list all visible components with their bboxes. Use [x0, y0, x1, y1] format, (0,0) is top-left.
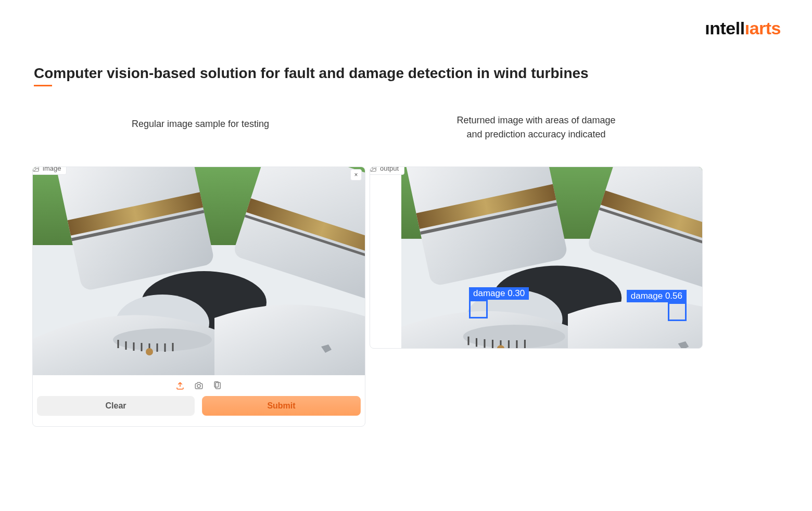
detection-box-2: damage 0.56	[668, 302, 687, 321]
close-icon: ×	[354, 171, 358, 178]
clipboard-icon	[213, 381, 222, 390]
page-title: Computer vision-based solution for fault…	[34, 65, 589, 82]
output-panel-tag: output	[370, 167, 404, 175]
turbine-photo-input	[33, 167, 365, 375]
logo-text-2: arts	[750, 18, 781, 38]
logo-dot: ı	[745, 18, 750, 38]
svg-point-26	[372, 167, 373, 168]
upload-button[interactable]	[175, 381, 185, 390]
detection-label-1: damage 0.30	[469, 287, 529, 300]
caption-input: Regular image sample for testing	[34, 117, 367, 131]
action-row: Clear Submit	[33, 396, 365, 420]
clear-button[interactable]: Clear	[37, 396, 195, 416]
submit-button[interactable]: Submit	[202, 396, 361, 416]
svg-point-21	[146, 348, 153, 355]
remove-image-button[interactable]: ×	[350, 169, 362, 181]
svg-point-22	[197, 385, 200, 388]
output-panel: output ⤢ ⭳ ⇪	[370, 167, 703, 349]
svg-point-37	[463, 325, 565, 348]
input-panel: image ×	[32, 167, 365, 427]
camera-button[interactable]	[194, 381, 204, 390]
output-image[interactable]: ⤢ ⭳ ⇪	[370, 167, 702, 348]
turbine-photo-output	[401, 167, 702, 348]
detection-label-2: damage 0.56	[627, 290, 687, 302]
image-icon	[32, 167, 40, 172]
svg-point-12	[113, 328, 212, 351]
logo-text-1: ıntell	[705, 18, 744, 38]
paste-button[interactable]	[213, 381, 222, 390]
brand-logo: ıntellıarts	[705, 18, 781, 39]
input-panel-tag-text: image	[43, 167, 61, 172]
image-toolbar	[33, 375, 365, 396]
caption-output: Returned image with areas of damage and …	[370, 113, 703, 142]
detection-box-1: damage 0.30	[469, 300, 488, 318]
upload-icon	[175, 381, 185, 390]
image-icon	[370, 167, 377, 172]
input-image[interactable]: ×	[33, 167, 365, 375]
input-panel-tag: image	[32, 167, 67, 175]
output-panel-tag-text: output	[380, 167, 399, 172]
camera-icon	[194, 381, 204, 390]
svg-point-1	[34, 167, 35, 168]
title-underline	[34, 85, 52, 86]
